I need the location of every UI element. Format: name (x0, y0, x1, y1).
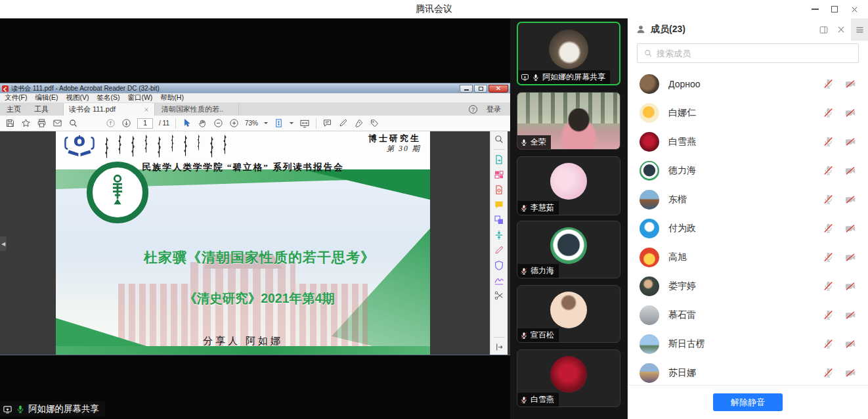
member-row[interactable]: 德力海 (628, 156, 868, 185)
zoom-in-icon[interactable] (229, 118, 239, 128)
create-pdf-icon[interactable] (494, 185, 504, 195)
next-page-icon[interactable] (121, 118, 131, 128)
camera-off-icon[interactable] (844, 309, 856, 321)
find-icon[interactable] (68, 118, 78, 128)
video-thumbnail[interactable]: 全荣 (517, 92, 620, 150)
camera-off-icon[interactable] (844, 78, 856, 90)
acrobat-minimize-button[interactable] (460, 85, 473, 93)
page-number-input[interactable]: 1 (137, 118, 153, 129)
signin-button[interactable]: 登录 (487, 104, 510, 114)
select-tool-icon[interactable] (182, 118, 192, 128)
acrobat-titlebar[interactable]: 读书会 111.pdf - Adobe Acrobat Reader DC (3… (0, 83, 510, 93)
favorite-star-icon[interactable] (21, 118, 31, 128)
member-row[interactable]: 慕石雷 (628, 301, 868, 330)
tab-home[interactable]: 主页 (0, 103, 28, 116)
camera-off-icon[interactable] (844, 223, 856, 234)
print-icon[interactable] (37, 118, 47, 128)
search-input[interactable] (657, 49, 852, 58)
email-icon[interactable] (53, 118, 62, 128)
member-row[interactable]: 白娜仁 (628, 99, 868, 127)
organize-pages-icon[interactable] (494, 169, 504, 180)
camera-off-icon[interactable] (844, 252, 856, 263)
menu-file[interactable]: 文件(F) (5, 93, 27, 102)
mic-muted-icon[interactable] (823, 280, 834, 292)
mic-muted-icon[interactable] (823, 165, 834, 176)
mic-muted-icon[interactable] (823, 194, 834, 205)
maximize-button[interactable] (825, 0, 844, 18)
previous-page-icon[interactable] (106, 118, 116, 128)
member-row[interactable]: 付为政 (628, 214, 868, 243)
video-thumbnail[interactable]: 李慧茹 (517, 156, 620, 215)
chevron-down-icon[interactable] (290, 122, 293, 126)
menu-view[interactable]: 视图(V) (66, 93, 89, 102)
signature-icon[interactable] (494, 275, 504, 286)
acrobat-close-button[interactable]: ✕ (488, 85, 508, 93)
member-row[interactable]: Дорноо (628, 70, 868, 99)
mic-muted-icon[interactable] (823, 78, 834, 89)
menu-window[interactable]: 窗口(W) (127, 93, 152, 102)
compress-pdf-icon[interactable] (494, 230, 504, 240)
help-icon[interactable]: ? (469, 105, 477, 114)
mic-muted-icon[interactable] (823, 252, 834, 263)
camera-off-icon[interactable] (844, 367, 856, 379)
fit-width-icon[interactable] (299, 118, 310, 129)
mic-muted-icon[interactable] (823, 309, 834, 320)
edit-tools-icon[interactable] (494, 290, 504, 301)
camera-off-icon[interactable] (844, 107, 856, 119)
video-thumbnail[interactable]: 德力海 (517, 221, 620, 278)
member-row[interactable]: 娄宇婷 (628, 272, 868, 301)
mic-muted-icon[interactable] (823, 367, 834, 378)
member-row[interactable]: 东楷 (628, 185, 868, 214)
unmute-button[interactable]: 解除静音 (713, 393, 783, 411)
stamp-icon[interactable] (370, 118, 380, 128)
comment-icon[interactable] (322, 118, 332, 128)
hand-tool-icon[interactable] (198, 118, 207, 128)
mic-muted-icon[interactable] (823, 136, 834, 147)
member-row[interactable]: 高旭 (628, 243, 868, 272)
close-button[interactable] (844, 0, 864, 18)
member-row[interactable]: 苏日娜 (628, 359, 868, 385)
sign-icon[interactable] (354, 118, 364, 128)
avatar (550, 227, 587, 264)
chevron-down-icon[interactable] (264, 122, 268, 126)
mic-muted-icon[interactable] (823, 223, 834, 234)
fill-sign-icon[interactable] (494, 245, 504, 255)
save-icon[interactable] (5, 118, 15, 128)
tab-close-icon[interactable] (144, 107, 149, 112)
zoom-level-select[interactable]: 73% (245, 120, 258, 127)
menu-help[interactable]: 帮助(H) (160, 93, 184, 102)
close-panel-icon[interactable] (836, 25, 846, 34)
export-pdf-icon[interactable] (494, 154, 504, 165)
zoom-out-icon[interactable] (213, 118, 223, 128)
page-scrolling-icon[interactable] (274, 118, 284, 128)
protect-pdf-icon[interactable] (494, 260, 504, 271)
camera-off-icon[interactable] (844, 165, 856, 177)
member-row[interactable]: 斯日古楞 (628, 330, 868, 359)
tab-document-inactive[interactable]: 清朝国家性质的若.. (155, 103, 239, 116)
video-thumbnail[interactable]: 宣百松 (517, 285, 620, 343)
tab-tools[interactable]: 工具 (28, 103, 55, 116)
panel-collapse-arrow[interactable]: ◀ (0, 236, 7, 251)
menu-edit[interactable]: 编辑(E) (35, 93, 58, 102)
comment-tool-icon[interactable] (494, 200, 504, 210)
tab-document-active[interactable]: 读书会 111.pdf (63, 103, 155, 116)
camera-off-icon[interactable] (844, 280, 856, 292)
video-thumbnail[interactable]: 白雪燕 (517, 349, 620, 407)
popout-panel-icon[interactable] (819, 25, 829, 35)
menu-sign[interactable]: 签名(S) (97, 93, 119, 102)
video-thumbnail-active-speaker[interactable]: 阿如娜的屏幕共享 (517, 22, 620, 85)
highlight-pen-icon[interactable] (338, 118, 348, 128)
camera-off-icon[interactable] (844, 338, 856, 350)
minimize-button[interactable] (805, 0, 825, 18)
member-row[interactable]: 白雪燕 (628, 127, 868, 156)
screen-share-icon (3, 405, 12, 414)
search-tool-icon[interactable] (494, 134, 504, 144)
mic-muted-icon[interactable] (823, 107, 834, 118)
camera-off-icon[interactable] (844, 194, 856, 206)
acrobat-maximize-button[interactable] (474, 85, 487, 93)
combine-files-icon[interactable] (494, 215, 504, 225)
camera-off-icon[interactable] (844, 136, 856, 148)
panel-menu-icon[interactable] (851, 18, 868, 41)
expand-panel-icon[interactable] (494, 342, 504, 352)
mic-muted-icon[interactable] (823, 338, 834, 349)
